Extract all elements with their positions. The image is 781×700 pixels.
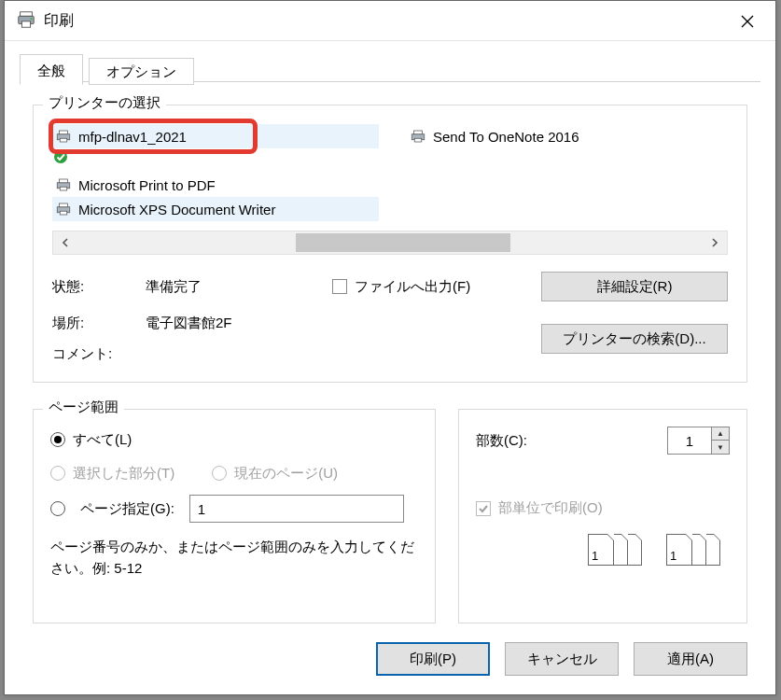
svg-rect-12 <box>60 203 68 207</box>
dialog-footer: 印刷(P) キャンセル 適用(A) <box>5 623 775 694</box>
print-button[interactable]: 印刷(P) <box>376 642 490 676</box>
svg-rect-0 <box>21 11 33 16</box>
titlebar: 印刷 <box>5 1 775 41</box>
svg-rect-10 <box>60 187 67 190</box>
radio-current: 現在のページ(U) <box>212 458 338 488</box>
details-button[interactable]: 詳細設定(R) <box>541 272 728 301</box>
tab-general[interactable]: 全般 <box>20 54 83 85</box>
printer-select-title: プリンターの選択 <box>43 94 166 112</box>
checkbox-icon <box>476 501 491 516</box>
status-value: 準備完了 <box>146 278 332 296</box>
printer-label: mfp-dlnav1_2021 <box>75 129 187 145</box>
svg-rect-13 <box>60 211 67 215</box>
print-dialog: 印刷 全般 オプション プリンターの選択 mfp-dlnav1_2021 <box>4 0 776 695</box>
checkbox-icon[interactable] <box>332 279 347 294</box>
printer-label: Send To OneNote 2016 <box>429 129 579 145</box>
radio-pages[interactable]: ページ指定(G): <box>50 494 418 524</box>
status-label: 状態: <box>52 278 146 296</box>
printer-select-group: プリンターの選択 mfp-dlnav1_2021 <box>33 105 747 383</box>
page-range-group: ページ範囲 すべて(L) 選択した部分(T) 現在のページ(U) <box>33 409 436 623</box>
tab-general-label: 全般 <box>37 63 65 78</box>
printer-icon <box>52 201 75 217</box>
location-value: 電子図書館2F <box>146 315 332 332</box>
scroll-left-icon[interactable] <box>53 231 77 254</box>
radio-icon <box>50 466 65 481</box>
radio-current-label: 現在のページ(U) <box>234 465 338 483</box>
cancel-button-label: キャンセル <box>527 651 597 666</box>
copies-group: 部数(C): ▲ ▼ 部単位で印刷(O) <box>458 409 747 623</box>
printer-status-grid: 状態: 準備完了 ファイルへ出力(F) 詳細設定(R) 場所: 電子図書館2F … <box>52 272 728 363</box>
printer-item[interactable]: Send To OneNote 2016 <box>407 124 687 148</box>
printer-label: Microsoft XPS Document Writer <box>75 202 275 217</box>
radio-all-label: すべて(L) <box>73 431 132 449</box>
output-to-file-label: ファイルへ出力(F) <box>355 278 470 296</box>
page-stack-icon: 3 2 1 <box>666 534 722 575</box>
printer-item[interactable]: Microsoft XPS Document Writer <box>52 197 379 221</box>
tab-options[interactable]: オプション <box>89 58 194 85</box>
printer-item-selected[interactable]: mfp-dlnav1_2021 <box>52 124 379 148</box>
horizontal-scrollbar[interactable] <box>52 231 728 255</box>
default-check-icon <box>52 148 71 168</box>
svg-rect-15 <box>414 131 423 134</box>
printer-list[interactable]: mfp-dlnav1_2021 Microsoft Print to PDF <box>52 124 728 221</box>
spin-up-icon[interactable]: ▲ <box>712 427 729 441</box>
printer-icon <box>52 176 75 193</box>
scroll-thumb[interactable] <box>296 233 510 252</box>
collate-label: 部単位で印刷(O) <box>498 499 603 517</box>
print-button-label: 印刷(P) <box>410 651 456 666</box>
radio-icon <box>212 466 227 481</box>
spin-down-icon[interactable]: ▼ <box>712 441 729 454</box>
lower-section: ページ範囲 すべて(L) 選択した部分(T) 現在のページ(U) <box>33 409 747 623</box>
printer-icon <box>16 9 36 33</box>
page-range-title: ページ範囲 <box>43 399 124 416</box>
radio-all[interactable]: すべて(L) <box>50 425 418 455</box>
close-button[interactable] <box>719 1 775 42</box>
radio-icon[interactable] <box>50 501 65 516</box>
find-printer-button[interactable]: プリンターの検索(D)... <box>541 324 728 354</box>
svg-rect-16 <box>414 138 422 142</box>
apply-button-label: 適用(A) <box>667 651 714 666</box>
printer-icon <box>407 128 429 145</box>
collate-illustration: 3 2 1 3 2 1 <box>476 534 730 575</box>
page-range-hint: ページ番号のみか、またはページ範囲のみを入力してください。例: 5-12 <box>50 537 418 579</box>
copies-input[interactable] <box>668 427 711 454</box>
tab-options-label: オプション <box>106 63 176 79</box>
location-label: 場所: <box>52 315 146 332</box>
content-area: プリンターの選択 mfp-dlnav1_2021 <box>5 82 775 623</box>
copies-spinner[interactable]: ▲ ▼ <box>667 427 730 455</box>
collate-row: 部単位で印刷(O) <box>476 499 730 517</box>
svg-point-7 <box>54 150 67 163</box>
radio-icon[interactable] <box>50 432 65 447</box>
printer-network-icon <box>52 128 75 145</box>
printer-label: Microsoft Print to PDF <box>75 177 216 193</box>
apply-button[interactable]: 適用(A) <box>634 642 747 676</box>
radio-pages-label: ページ指定(G): <box>80 500 174 518</box>
details-label: 詳細設定(R) <box>597 278 673 294</box>
svg-rect-9 <box>60 179 68 183</box>
svg-rect-5 <box>60 131 68 134</box>
output-to-file-row[interactable]: ファイルへ出力(F) <box>332 278 541 296</box>
svg-rect-2 <box>21 21 30 26</box>
comment-label: コメント: <box>52 345 146 363</box>
radio-selection-label: 選択した部分(T) <box>73 465 174 483</box>
page-stack-icon: 3 2 1 <box>588 534 644 575</box>
svg-point-3 <box>31 18 33 20</box>
tab-row: 全般 オプション <box>20 54 760 82</box>
pages-input[interactable] <box>189 495 404 523</box>
radio-selection: 選択した部分(T) <box>50 458 174 488</box>
window-title: 印刷 <box>44 11 74 31</box>
cancel-button[interactable]: キャンセル <box>505 642 619 676</box>
copies-label: 部数(C): <box>476 432 527 450</box>
find-printer-label: プリンターの検索(D)... <box>563 330 705 346</box>
printer-item[interactable]: Microsoft Print to PDF <box>52 173 407 197</box>
scroll-right-icon[interactable] <box>703 231 727 254</box>
svg-rect-6 <box>60 138 67 142</box>
